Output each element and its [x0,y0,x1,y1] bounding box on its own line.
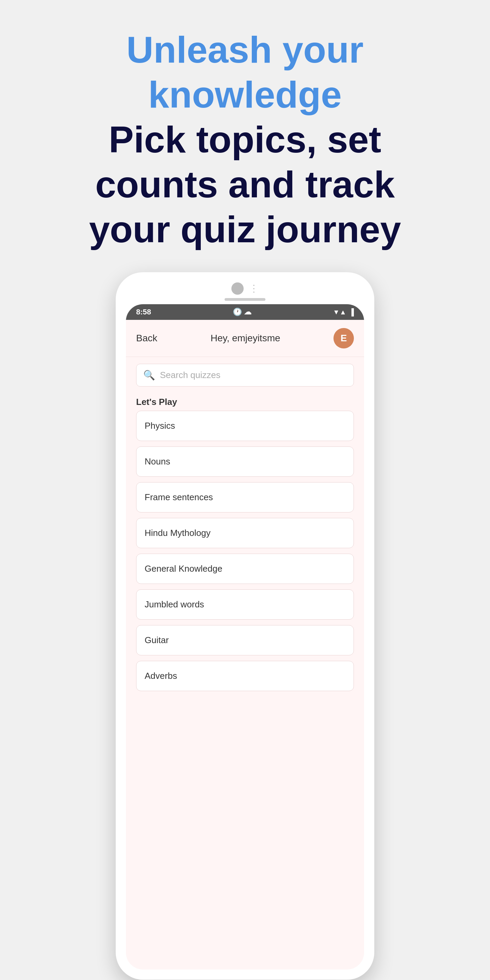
quiz-item-label: Guitar [145,635,169,645]
phone-mockup: ⋮ 8:58 🕐 ☁ ▼▲ ▐ Back Hey, emjeyitsme E 🔍 [116,272,374,980]
quiz-item-general-knowledge[interactable]: General Knowledge [136,554,354,584]
quiz-item-adverbs[interactable]: Adverbs [136,661,354,691]
hero-line2: knowledge [148,73,342,115]
status-icons: 🕐 ☁ [233,308,251,317]
hero-line1: Unleash your [127,29,364,70]
phone-screen: 8:58 🕐 ☁ ▼▲ ▐ Back Hey, emjeyitsme E 🔍 S… [126,304,364,969]
hero-line4: counts and track [95,163,395,205]
bars-icon: ▐ [349,308,354,316]
app-content: 🔍 Search quizzes Let's Play Physics Noun… [126,357,364,969]
phone-notch [224,298,266,301]
quiz-item-frame-sentences[interactable]: Frame sentences [136,482,354,512]
hero-section: Unleash your knowledge Pick topics, set … [55,27,435,252]
quiz-item-label: Nouns [145,456,170,466]
quiz-item-label: Frame sentences [145,492,213,502]
quiz-item-physics[interactable]: Physics [136,411,354,441]
status-bar: 8:58 🕐 ☁ ▼▲ ▐ [126,304,364,320]
search-placeholder[interactable]: Search quizzes [160,370,221,380]
hero-title-dark: Pick topics, set counts and track your q… [89,117,401,252]
hero-line3: Pick topics, set [109,118,382,160]
header-title: Hey, emjeyitsme [211,333,280,344]
quiz-list: Physics Nouns Frame sentences Hindu Myth… [126,411,364,691]
quiz-item-label: General Knowledge [145,563,222,574]
quiz-item-label: Physics [145,421,175,431]
app-header: Back Hey, emjeyitsme E [126,320,364,357]
avatar[interactable]: E [334,328,354,348]
search-section: 🔍 Search quizzes [126,357,364,393]
hero-title-blue-line1: Unleash your knowledge [89,27,401,117]
section-label: Let's Play [126,393,364,411]
search-icon: 🔍 [143,369,155,381]
hero-line5: your quiz journey [89,208,401,250]
search-box[interactable]: 🔍 Search quizzes [136,364,354,387]
quiz-item-hindu-mythology[interactable]: Hindu Mythology [136,518,354,548]
quiz-item-guitar[interactable]: Guitar [136,625,354,655]
quiz-item-jumbled-words[interactable]: Jumbled words [136,589,354,620]
back-button[interactable]: Back [136,333,157,344]
status-right: ▼▲ ▐ [333,308,354,316]
status-time: 8:58 [136,308,151,317]
quiz-item-label: Adverbs [145,671,177,681]
phone-camera [231,282,243,295]
signal-icon: ▼▲ [333,308,347,316]
quiz-item-nouns[interactable]: Nouns [136,447,354,477]
phone-dots: ⋮ [249,284,259,293]
quiz-item-label: Jumbled words [145,599,204,609]
phone-top-bar: ⋮ [126,282,364,295]
quiz-item-label: Hindu Mythology [145,528,211,538]
